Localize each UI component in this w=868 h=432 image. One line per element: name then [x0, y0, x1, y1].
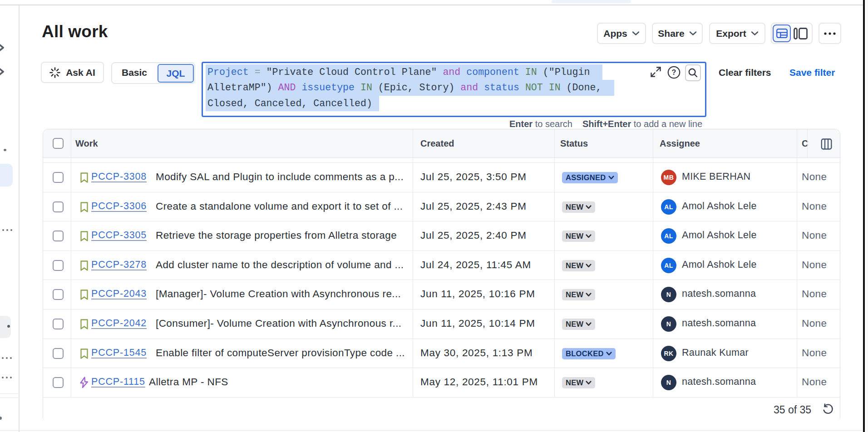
- svg-text:?: ?: [672, 69, 676, 76]
